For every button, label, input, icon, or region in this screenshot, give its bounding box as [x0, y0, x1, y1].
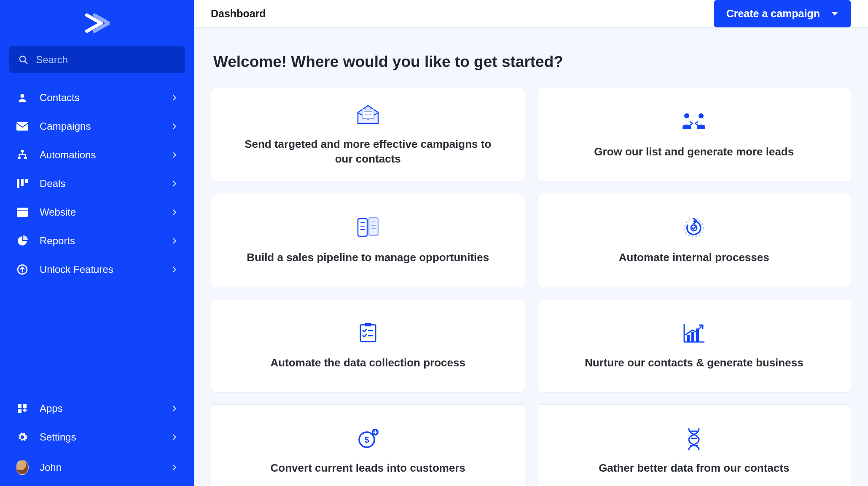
sidebar-item-reports[interactable]: Reports — [0, 227, 194, 255]
svg-rect-7 — [17, 179, 19, 188]
card-sales-pipeline[interactable]: Build a sales pipeline to manage opportu… — [211, 194, 525, 287]
svg-rect-33 — [365, 323, 371, 326]
chevron-right-icon — [171, 434, 178, 441]
sidebar-footer-nav: Apps Settings John — [0, 392, 194, 486]
sidebar-item-label: Apps — [40, 403, 160, 414]
sidebar-item-campaigns[interactable]: Campaigns — [0, 112, 194, 141]
unlock-icon — [16, 264, 29, 275]
sidebar-item-unlock-features[interactable]: Unlock Features — [0, 255, 194, 284]
sidebar-item-contacts[interactable]: Contacts — [0, 83, 194, 112]
card-gather-data[interactable]: Gather better data from our contacts — [537, 404, 852, 486]
page-title: Dashboard — [211, 8, 266, 20]
card-text: Gather better data from our contacts — [599, 461, 789, 475]
svg-rect-6 — [24, 157, 27, 159]
card-text: Grow our list and generate more leads — [594, 144, 794, 159]
chevron-right-icon — [171, 209, 178, 216]
dna-icon — [685, 427, 702, 450]
svg-rect-4 — [21, 150, 24, 152]
cards-grid: Send targeted and more effective campaig… — [211, 88, 851, 486]
card-convert-leads[interactable]: $ Convert current leads into customers — [211, 404, 525, 486]
svg-line-1 — [25, 61, 27, 63]
chevron-right-icon — [171, 152, 178, 158]
card-text: Build a sales pipeline to manage opportu… — [247, 250, 489, 265]
svg-text:$: $ — [364, 435, 369, 444]
window-icon — [16, 208, 29, 217]
columns-icon — [16, 179, 29, 188]
sidebar-item-label: Website — [40, 206, 160, 218]
sidebar-item-deals[interactable]: Deals — [0, 169, 194, 198]
envelope-icon — [16, 122, 29, 131]
card-automate-processes[interactable]: Automate internal processes — [537, 194, 852, 287]
sidebar-item-label: Deals — [40, 178, 160, 190]
chevron-right-icon — [171, 464, 178, 471]
svg-rect-16 — [18, 409, 21, 413]
sidebar-item-apps[interactable]: Apps — [0, 394, 194, 423]
sidebar-item-label: Settings — [40, 431, 160, 443]
svg-rect-14 — [18, 404, 21, 408]
user-name: John — [40, 462, 160, 473]
sidebar-item-website[interactable]: Website — [0, 198, 194, 227]
svg-rect-9 — [25, 179, 28, 183]
create-campaign-button[interactable]: Create a campaign — [714, 0, 851, 27]
dollar-convert-icon: $ — [356, 427, 380, 450]
svg-rect-15 — [23, 404, 27, 408]
chevron-right-icon — [171, 266, 178, 273]
card-send-campaigns[interactable]: Send targeted and more effective campaig… — [211, 88, 525, 182]
svg-rect-32 — [360, 325, 376, 342]
automation-icon — [16, 150, 29, 160]
topbar: Dashboard Create a campaign — [194, 0, 868, 28]
card-text: Convert current leads into customers — [271, 461, 465, 475]
card-grow-list[interactable]: Grow our list and generate more leads — [537, 88, 852, 182]
sidebar-item-label: Unlock Features — [40, 264, 160, 275]
chevron-right-icon — [171, 180, 178, 187]
svg-rect-23 — [369, 218, 378, 235]
sidebar-item-label: Campaigns — [40, 120, 160, 132]
card-nurture-contacts[interactable]: Nurture our contacts & generate business — [537, 299, 852, 393]
sidebar-item-automations[interactable]: Automations — [0, 141, 194, 169]
welcome-heading: Welcome! Where would you like to get sta… — [213, 53, 851, 71]
avatar — [16, 460, 29, 475]
svg-point-21 — [699, 113, 704, 118]
card-text: Send targeted and more effective campaig… — [237, 137, 499, 166]
sidebar-item-label: Contacts — [40, 92, 160, 104]
svg-point-2 — [20, 94, 24, 98]
card-text: Automate internal processes — [619, 250, 769, 265]
process-cycle-icon — [682, 216, 706, 239]
svg-rect-38 — [687, 335, 690, 342]
piechart-icon — [16, 235, 29, 246]
chevron-right-icon — [171, 94, 178, 101]
apps-icon — [16, 403, 29, 414]
search-box[interactable] — [9, 46, 185, 73]
svg-rect-22 — [358, 219, 367, 236]
sidebar-item-user[interactable]: John — [0, 451, 194, 483]
sidebar-item-settings[interactable]: Settings — [0, 423, 194, 451]
content: Welcome! Where would you like to get sta… — [194, 28, 868, 486]
brand-logo — [0, 8, 194, 38]
mail-open-icon — [356, 103, 380, 126]
svg-rect-5 — [18, 157, 21, 159]
main: Dashboard Create a campaign Welcome! Whe… — [194, 0, 868, 486]
card-text: Nurture our contacts & generate business — [585, 355, 804, 370]
card-automate-data-collection[interactable]: Automate the data collection process — [211, 299, 525, 393]
sidebar-nav: Contacts Campaigns Automations — [0, 81, 194, 286]
gear-icon — [16, 432, 29, 443]
sidebar-item-label: Automations — [40, 149, 160, 161]
person-icon — [16, 92, 29, 103]
svg-rect-3 — [16, 122, 28, 131]
growth-chart-icon — [682, 322, 706, 344]
checklist-icon — [357, 322, 379, 344]
two-docs-icon — [355, 216, 381, 239]
chevron-right-icon — [171, 238, 178, 244]
brand-logo-icon — [84, 13, 110, 33]
chevron-right-icon — [171, 123, 178, 130]
search-icon — [19, 54, 28, 65]
svg-point-20 — [684, 113, 689, 118]
card-text: Automate the data collection process — [271, 355, 465, 370]
search-input[interactable] — [36, 54, 175, 66]
svg-rect-8 — [21, 179, 24, 186]
sidebar: Contacts Campaigns Automations — [0, 0, 194, 486]
caret-down-icon — [831, 11, 838, 16]
sidebar-item-label: Reports — [40, 235, 160, 247]
people-sync-icon — [680, 111, 708, 134]
svg-rect-39 — [691, 332, 694, 342]
